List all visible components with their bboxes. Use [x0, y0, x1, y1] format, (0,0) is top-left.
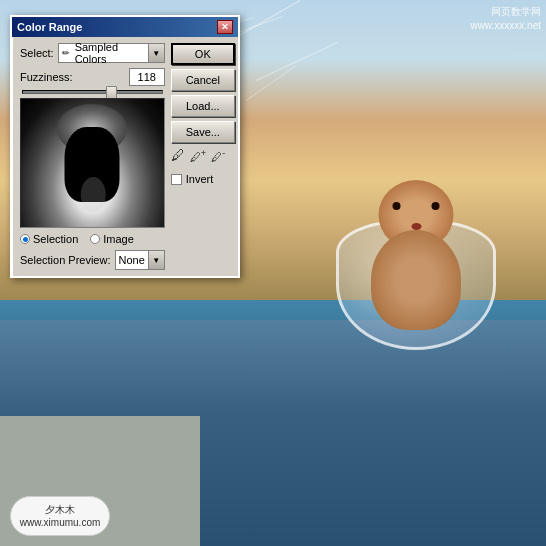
hamster-area — [306, 60, 526, 380]
preview-image-area — [20, 98, 165, 228]
selection-preview-label: Selection Preview: — [20, 254, 111, 266]
eyedropper-add-icon[interactable]: 🖊 — [171, 147, 185, 163]
watermark-url: www.ximumu.com — [20, 516, 101, 529]
image-radio-item[interactable]: Image — [90, 233, 134, 245]
eyedropper-select-icon: ✏ — [59, 48, 73, 58]
selection-preview-row: Selection Preview: None ▼ — [20, 250, 165, 270]
watermark-top-line2: www.xxxxxx.net — [470, 19, 541, 33]
selection-radio-label: Selection — [33, 233, 78, 245]
hamster-body — [371, 230, 461, 330]
radio-row: Selection Image — [20, 233, 165, 245]
fuzziness-label: Fuzziness: — [20, 71, 73, 83]
watermark-chinese: 夕木木 — [20, 503, 101, 516]
image-radio[interactable] — [90, 234, 100, 244]
invert-label: Invert — [186, 173, 214, 185]
fuzziness-value[interactable]: 118 — [129, 68, 165, 86]
color-range-dialog: Color Range ✕ Select: ✏ Sampled Colors ▼… — [10, 15, 240, 278]
cancel-button[interactable]: Cancel — [171, 69, 235, 91]
watermark-top-line1: 网页数学网 — [470, 5, 541, 19]
selection-radio-item[interactable]: Selection — [20, 233, 78, 245]
fuzziness-slider-container — [20, 90, 165, 94]
eyedropper-plus-icon[interactable]: 🖊+ — [190, 148, 206, 163]
select-value: Sampled Colors — [73, 41, 148, 65]
select-input[interactable]: ✏ Sampled Colors ▼ — [58, 43, 165, 63]
save-button[interactable]: Save... — [171, 121, 235, 143]
hamster-eye-right — [432, 202, 440, 210]
hamster — [361, 180, 471, 330]
selection-radio[interactable] — [20, 234, 30, 244]
selection-preview-arrow[interactable]: ▼ — [148, 251, 164, 269]
dialog-close-button[interactable]: ✕ — [217, 20, 233, 34]
select-dropdown-arrow[interactable]: ▼ — [148, 44, 164, 62]
image-radio-label: Image — [103, 233, 134, 245]
hamster-nose — [411, 223, 421, 230]
eyedropper-minus-icon[interactable]: 🖊- — [211, 148, 225, 163]
selection-preview-select[interactable]: None ▼ — [115, 250, 165, 270]
invert-row: Invert — [171, 173, 235, 185]
invert-checkbox[interactable] — [171, 174, 182, 185]
fuzziness-slider-track[interactable] — [22, 90, 163, 94]
select-label: Select: — [20, 47, 54, 59]
dialog-titlebar: Color Range ✕ — [12, 17, 238, 37]
preview-image — [21, 99, 164, 227]
fuzziness-row: Fuzziness: 118 — [20, 68, 165, 86]
dialog-body: Select: ✏ Sampled Colors ▼ Fuzziness: 11… — [12, 37, 238, 276]
watermark-top: 网页数学网 www.xxxxxx.net — [470, 5, 541, 33]
load-button[interactable]: Load... — [171, 95, 235, 117]
dialog-right-panel: OK Cancel Load... Save... 🖊 🖊+ 🖊- Invert — [171, 43, 235, 270]
select-row: Select: ✏ Sampled Colors ▼ — [20, 43, 165, 63]
dialog-title: Color Range — [17, 21, 82, 33]
eyedropper-row: 🖊 🖊+ 🖊- — [171, 147, 235, 163]
dialog-left-panel: Select: ✏ Sampled Colors ▼ Fuzziness: 11… — [20, 43, 165, 270]
selection-preview-value: None — [116, 254, 148, 266]
preview-reflection — [81, 177, 106, 212]
watermark-bottom: 夕木木 www.ximumu.com — [10, 496, 110, 536]
watermark-bottom-text: 夕木木 www.ximumu.com — [20, 503, 101, 529]
hamster-eye-left — [393, 202, 401, 210]
ok-button[interactable]: OK — [171, 43, 235, 65]
